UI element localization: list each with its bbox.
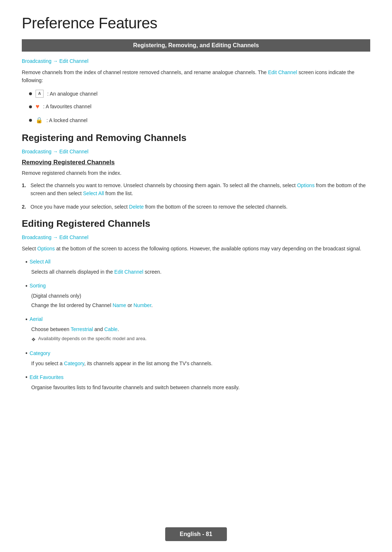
option-sorting-subnote: (Digital channels only) <box>25 292 370 300</box>
steps-list: 1. Select the channels you want to remov… <box>22 181 370 211</box>
heart-icon: ♥ <box>36 101 40 112</box>
breadcrumb-edit-channel[interactable]: Edit Channel <box>60 58 89 64</box>
step-num-2: 2. <box>22 203 26 211</box>
category-link[interactable]: Category <box>64 360 84 366</box>
section-header: Registering, Removing, and Editing Chann… <box>22 39 370 52</box>
footer-badge: English - 81 <box>165 527 227 541</box>
breadcrumb-broadcasting-2[interactable]: Broadcasting <box>22 149 52 154</box>
favourites-label: : A favourites channel <box>43 102 91 110</box>
removing-subsection-title: Removing Registered Channels <box>22 159 370 166</box>
bullet-dot <box>29 119 32 122</box>
options-link-editing[interactable]: Options <box>37 246 55 251</box>
breadcrumb-broadcasting[interactable]: Broadcasting <box>22 58 52 64</box>
delete-link-step2[interactable]: Delete <box>129 204 144 210</box>
breadcrumb-arrow-2: → <box>52 149 60 154</box>
breadcrumb-arrow: → <box>52 58 60 64</box>
editing-intro: Select Options at the bottom of the scre… <box>22 245 370 253</box>
option-edit-favourites: Edit Favourites Organise favourites list… <box>25 372 370 391</box>
select-all-link-step1[interactable]: Select All <box>83 190 104 196</box>
editing-section-title: Editing Registered Channels <box>22 218 370 229</box>
step-2: 2. Once you have made your selection, se… <box>22 203 370 211</box>
option-select-all: Select All Selects all channels displaye… <box>25 257 370 276</box>
breadcrumb-intro: Broadcasting → Edit Channel <box>22 58 370 64</box>
options-list: Select All Selects all channels displaye… <box>25 257 370 392</box>
option-aerial-desc: Choose between Terrestrial and Cable. <box>25 325 370 333</box>
option-sorting-desc: Change the list ordered by Channel Name … <box>25 301 370 309</box>
option-category-label[interactable]: Category <box>25 348 370 358</box>
edit-channel-link-select[interactable]: Edit Channel <box>114 269 143 275</box>
option-select-all-desc: Selects all channels displayed in the Ed… <box>25 268 370 276</box>
page-title: Preference Features <box>22 15 370 32</box>
registering-section-title: Registering and Removing Channels <box>22 132 370 144</box>
analogue-icon: A <box>36 90 44 98</box>
options-link-step1[interactable]: Options <box>297 182 314 188</box>
cable-link[interactable]: Cable <box>104 326 118 332</box>
step-1: 1. Select the channels you want to remov… <box>22 181 370 198</box>
option-sorting-label[interactable]: Sorting <box>25 281 370 291</box>
breadcrumb-edit-channel-3[interactable]: Edit Channel <box>60 234 89 240</box>
breadcrumb-registering: Broadcasting → Edit Channel <box>22 149 370 154</box>
analogue-label: : An analogue channel <box>47 90 98 98</box>
option-category-desc: If you select a Category, its channels a… <box>25 359 370 367</box>
number-link-sorting[interactable]: Number <box>134 302 151 308</box>
step-num-1: 1. <box>22 181 26 189</box>
aerial-note: ❖ Availability depends on the specific m… <box>25 335 370 343</box>
breadcrumb-broadcasting-3[interactable]: Broadcasting <box>22 234 52 240</box>
icon-bullet-list: A : An analogue channel ♥ : A favourites… <box>29 90 370 125</box>
bullet-locked: 🔒 : A locked channel <box>29 116 370 125</box>
bullet-favourites: ♥ : A favourites channel <box>29 101 370 112</box>
edit-channel-link-intro[interactable]: Edit Channel <box>268 69 297 75</box>
option-aerial-label[interactable]: Aerial <box>25 315 370 324</box>
bullet-analogue: A : An analogue channel <box>29 90 370 98</box>
option-edit-favourites-desc: Organise favourites lists to find favour… <box>25 383 370 391</box>
option-sorting: Sorting (Digital channels only) Change t… <box>25 281 370 310</box>
intro-paragraph: Remove channels from the index of channe… <box>22 68 370 85</box>
terrestrial-link[interactable]: Terrestrial <box>71 326 93 332</box>
removing-body: Remove registered channels from the inde… <box>22 169 370 177</box>
option-category: Category If you select a Category, its c… <box>25 348 370 367</box>
name-link-sorting[interactable]: Name <box>113 302 126 308</box>
bullet-dot <box>29 105 32 108</box>
note-icon: ❖ <box>31 335 36 343</box>
bullet-dot <box>29 92 32 95</box>
lock-icon: 🔒 <box>36 116 43 125</box>
breadcrumb-arrow-3: → <box>52 234 60 240</box>
option-select-all-label[interactable]: Select All <box>25 257 370 267</box>
locked-label: : A locked channel <box>46 116 87 124</box>
breadcrumb-editing: Broadcasting → Edit Channel <box>22 234 370 240</box>
option-edit-favourites-label[interactable]: Edit Favourites <box>25 372 370 382</box>
breadcrumb-edit-channel-2[interactable]: Edit Channel <box>60 149 89 154</box>
option-aerial: Aerial Choose between Terrestrial and Ca… <box>25 315 370 343</box>
